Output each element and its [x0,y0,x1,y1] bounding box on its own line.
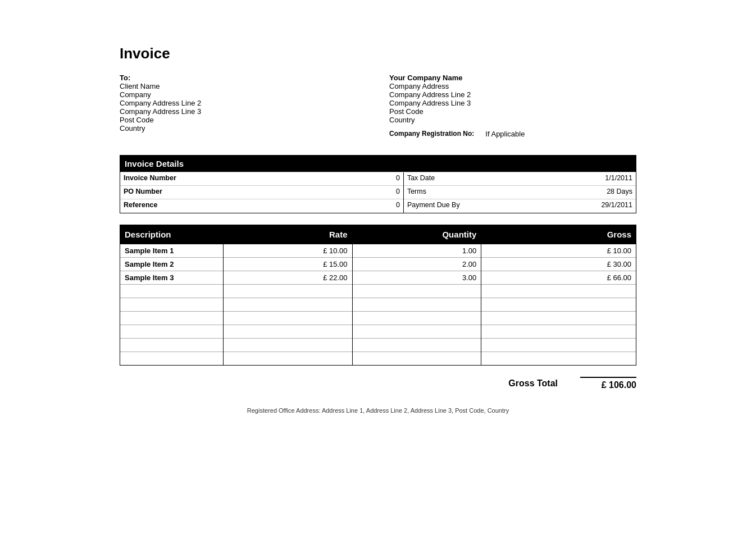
table-row: Sample Item 1 £ 10.00 1.00 £ 10.00 [120,244,636,258]
table-row [120,352,636,366]
payment-due-label: Payment Due By [404,199,477,213]
item-gross [481,339,636,352]
tax-date-value: 1/1/2011 [477,172,636,185]
company-address: Company Address [389,82,636,90]
payment-due-row: Payment Due By 29/1/2011 [404,199,636,213]
terms-value: 28 Days [477,186,636,199]
invoice-details-header: Invoice Details [120,156,636,172]
items-table: Description Rate Quantity Gross Sample I… [120,225,636,366]
client-address-line2: Company Address Line 2 [120,99,367,107]
po-number-value: 0 [193,186,403,199]
item-quantity [352,298,481,312]
col-rate: Rate [223,225,352,244]
item-rate: £ 22.00 [223,271,352,285]
company-name: Your Company Name [389,74,636,82]
invoice-details-left: Invoice Number 0 PO Number 0 Reference 0 [120,172,404,213]
item-description: Sample Item 3 [120,271,224,285]
item-quantity [352,339,481,352]
item-gross [481,352,636,366]
item-quantity: 2.00 [352,258,481,271]
terms-label: Terms [404,186,477,199]
table-row: Sample Item 3 £ 22.00 3.00 £ 66.00 [120,271,636,285]
company-address-line2: Company Address Line 2 [389,90,636,99]
item-description [120,298,224,312]
reference-value: 0 [193,199,403,213]
items-table-header-row: Description Rate Quantity Gross [120,225,636,244]
table-row [120,312,636,325]
table-row: Sample Item 2 £ 15.00 2.00 £ 30.00 [120,258,636,271]
payment-due-value: 29/1/2011 [477,199,636,213]
item-gross [481,312,636,325]
item-description [120,325,224,339]
po-number-row: PO Number 0 [120,186,403,199]
header-section: To: Client Name Company Company Address … [120,74,636,138]
po-number-label: PO Number [120,186,193,199]
item-rate [223,285,352,298]
gross-total-section: Gross Total £ 106.00 [120,377,636,390]
company-block: Your Company Name Company Address Compan… [367,74,636,138]
footer-text: Registered Office Address: Address Line … [120,407,636,414]
item-quantity [352,352,481,366]
invoice-details-section: Invoice Details Invoice Number 0 PO Numb… [120,155,636,213]
company-reg-label: Company Registration No: [389,130,474,138]
item-description: Sample Item 1 [120,244,224,258]
item-rate [223,325,352,339]
gross-total-label: Gross Total [508,378,558,389]
tax-date-row: Tax Date 1/1/2011 [404,172,636,186]
col-description: Description [120,225,224,244]
item-gross: £ 66.00 [481,271,636,285]
client-post-code: Post Code [120,116,367,124]
item-description [120,312,224,325]
invoice-details-inner: Invoice Number 0 PO Number 0 Reference 0… [120,172,636,213]
item-gross: £ 30.00 [481,258,636,271]
table-row [120,325,636,339]
invoice-number-label: Invoice Number [120,172,193,185]
item-rate: £ 10.00 [223,244,352,258]
reference-label: Reference [120,199,193,213]
company-country: Country [389,116,636,124]
item-quantity [352,325,481,339]
item-rate [223,339,352,352]
item-rate [223,312,352,325]
client-company: Company [120,90,367,99]
company-reg: Company Registration No: If Applicable [389,130,636,138]
table-row [120,298,636,312]
to-label: To: [120,74,367,82]
company-post-code: Post Code [389,107,636,116]
tax-date-label: Tax Date [404,172,477,185]
client-country: Country [120,124,367,133]
client-name: Client Name [120,82,367,90]
invoice-number-value: 0 [193,172,403,185]
to-block: To: Client Name Company Company Address … [120,74,367,138]
item-quantity: 3.00 [352,271,481,285]
invoice-details-right: Tax Date 1/1/2011 Terms 28 Days Payment … [404,172,636,213]
company-address-line3: Company Address Line 3 [389,99,636,107]
item-gross [481,325,636,339]
item-rate [223,352,352,366]
item-rate: £ 15.00 [223,258,352,271]
item-description [120,352,224,366]
item-quantity [352,312,481,325]
item-gross [481,298,636,312]
terms-row: Terms 28 Days [404,186,636,199]
col-gross: Gross [481,225,636,244]
invoice-title: Invoice [120,45,636,62]
gross-total-value: £ 106.00 [580,377,636,390]
item-gross: £ 10.00 [481,244,636,258]
col-quantity: Quantity [352,225,481,244]
table-row [120,285,636,298]
item-gross [481,285,636,298]
item-description [120,339,224,352]
company-reg-value: If Applicable [485,130,525,138]
table-row [120,339,636,352]
item-quantity: 1.00 [352,244,481,258]
reference-row: Reference 0 [120,199,403,213]
item-description [120,285,224,298]
item-quantity [352,285,481,298]
item-description: Sample Item 2 [120,258,224,271]
invoice-number-row: Invoice Number 0 [120,172,403,186]
item-rate [223,298,352,312]
client-address-line3: Company Address Line 3 [120,107,367,116]
